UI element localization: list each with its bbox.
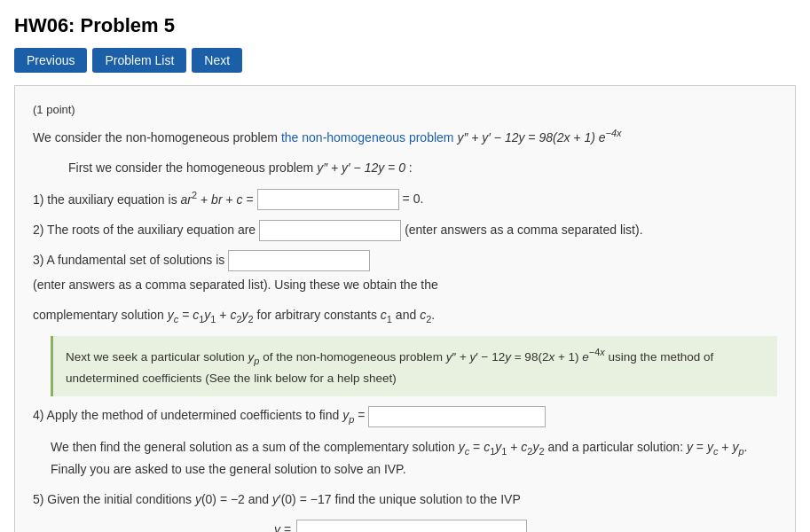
nav-buttons-container: Previous Problem List Next xyxy=(14,48,796,73)
point-label: (1 point) xyxy=(33,100,777,120)
info-box: Next we seek a particular solution yp of… xyxy=(51,336,777,396)
question-4-row: 4) Apply the method of undetermined coef… xyxy=(33,405,777,427)
q4-input[interactable] xyxy=(368,406,546,427)
q5-period: . xyxy=(532,520,536,532)
problem-container: (1 point) We consider the non-homogeneou… xyxy=(14,85,796,532)
previous-button[interactable]: Previous xyxy=(14,48,87,73)
intro-text: We consider the non-homogeneous problem … xyxy=(33,125,777,148)
page-title: HW06: Problem 5 xyxy=(14,14,796,37)
next-button[interactable]: Next xyxy=(192,48,242,73)
q2-suffix: (enter answers as a comma separated list… xyxy=(405,220,642,241)
q4-label: 4) Apply the method of undetermined coef… xyxy=(33,405,365,427)
q3-complement-text: complementary solution yc = c1y1 + c2y2 … xyxy=(33,305,777,327)
general-solution-text: We then find the general solution as a s… xyxy=(51,437,777,481)
question-5-text: 5) Given the initial conditions y(0) = −… xyxy=(33,489,777,511)
question-5-row: y = . xyxy=(33,520,777,532)
question-3-row: 3) A fundamental set of solutions is (en… xyxy=(33,250,777,296)
q2-input[interactable] xyxy=(259,220,401,241)
q5-input[interactable] xyxy=(296,520,527,532)
q5-answer-label: y = xyxy=(274,520,291,532)
q3-input[interactable] xyxy=(228,250,370,271)
q2-label: 2) The roots of the auxiliary equation a… xyxy=(33,220,256,241)
q1-input[interactable] xyxy=(257,189,399,210)
problem-list-button[interactable]: Problem List xyxy=(92,48,186,73)
q1-label: 1) the auxiliary equation is ar2 + br + … xyxy=(33,187,254,210)
question-2-row: 2) The roots of the auxiliary equation a… xyxy=(33,220,777,241)
homogeneous-intro: First we consider the homogeneous proble… xyxy=(68,158,777,179)
q3-suffix: (enter answers as a comma separated list… xyxy=(33,275,438,296)
q3-label: 3) A fundamental set of solutions is xyxy=(33,250,224,271)
q1-suffix: = 0. xyxy=(403,189,424,210)
question-1-row: 1) the auxiliary equation is ar2 + br + … xyxy=(33,187,777,210)
